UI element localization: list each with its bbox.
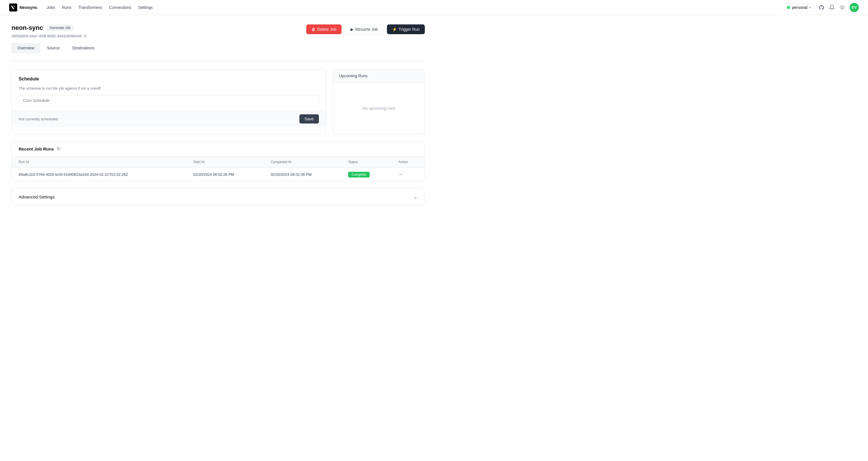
run-detail-button[interactable]: → bbox=[398, 172, 403, 177]
schedule-description: The schedule to run the job against if n… bbox=[19, 86, 319, 90]
lightning-icon: ⚡ bbox=[392, 27, 397, 32]
schedule-title: Schedule bbox=[19, 77, 319, 82]
nav-runs[interactable]: Runs bbox=[62, 5, 71, 10]
job-actions: 🗑 Delete Job ▶ Resume Job ⚡ Trigger Run bbox=[306, 24, 425, 34]
main-content: neon-sync Generate Job 3859dd59-04a7-459… bbox=[0, 15, 436, 214]
status-cell: Complete bbox=[341, 168, 392, 181]
schedule-card: Schedule The schedule to run the job aga… bbox=[11, 69, 326, 135]
chevron-down-icon: ▾ bbox=[809, 5, 811, 9]
svg-point-1 bbox=[841, 6, 843, 8]
nav-right: personal ▾ EV bbox=[784, 3, 859, 12]
upcoming-runs-empty: No upcoming runs bbox=[333, 82, 425, 134]
tabs: Overview Source Destinations bbox=[11, 43, 425, 53]
job-title-area: neon-sync Generate Job 3859dd59-04a7-459… bbox=[11, 24, 87, 38]
nav-connections[interactable]: Connections bbox=[109, 5, 131, 10]
upcoming-runs-title: Upcoming Runs bbox=[333, 69, 425, 82]
bell-icon[interactable] bbox=[829, 5, 835, 10]
completed-at-cell: 02/20/2024 06:02:38 PM bbox=[264, 168, 341, 181]
save-schedule-button[interactable]: Save bbox=[299, 114, 319, 123]
col-action: Action bbox=[392, 156, 425, 168]
runs-table-head: Run Id Start At Completed At Status Acti… bbox=[12, 156, 425, 168]
trash-icon: 🗑 bbox=[311, 27, 315, 32]
schedule-status: Not currently scheduled bbox=[19, 117, 58, 121]
job-title-row: neon-sync Generate Job bbox=[11, 24, 87, 32]
run-id-cell: 89a8c1b3-5764-4025-bc5f-41840623a163-202… bbox=[12, 168, 186, 181]
no-upcoming-runs-text: No upcoming runs bbox=[363, 106, 395, 111]
logo[interactable]: Neosync bbox=[9, 3, 38, 11]
nav-transformers[interactable]: Transformers bbox=[79, 5, 102, 10]
start-at-cell: 02/20/2024 06:02:26 PM bbox=[186, 168, 264, 181]
tab-overview[interactable]: Overview bbox=[11, 43, 40, 53]
job-id-row: 3859dd59-04a7-459f-8665-34d32609e544 ⧉ bbox=[11, 33, 87, 38]
upcoming-runs-card: Upcoming Runs No upcoming runs bbox=[333, 69, 425, 135]
job-title: neon-sync bbox=[11, 24, 43, 32]
play-icon: ▶ bbox=[350, 27, 353, 32]
runs-table: Run Id Start At Completed At Status Acti… bbox=[12, 156, 425, 181]
tab-destinations[interactable]: Destinations bbox=[66, 43, 100, 53]
table-row: 89a8c1b3-5764-4025-bc5f-41840623a163-202… bbox=[12, 168, 425, 181]
job-id-text: 3859dd59-04a7-459f-8665-34d32609e544 bbox=[11, 34, 82, 38]
col-run-id: Run Id bbox=[12, 156, 186, 168]
status-badge: Complete bbox=[348, 172, 370, 177]
refresh-icon[interactable]: ↻ bbox=[57, 146, 61, 152]
schedule-footer: Not currently scheduled Save bbox=[12, 111, 326, 127]
job-header: neon-sync Generate Job 3859dd59-04a7-459… bbox=[11, 24, 425, 38]
action-cell: → bbox=[392, 168, 425, 181]
overview-content: Schedule The schedule to run the job aga… bbox=[11, 69, 425, 135]
workspace-selector[interactable]: personal ▾ bbox=[784, 4, 814, 11]
cron-input[interactable] bbox=[19, 95, 319, 106]
col-start-at: Start At bbox=[186, 156, 264, 168]
col-status: Status bbox=[341, 156, 392, 168]
advanced-settings-section[interactable]: Advanced Settings ⌄ bbox=[11, 188, 425, 205]
nav-jobs[interactable]: Jobs bbox=[47, 5, 55, 10]
avatar[interactable]: EV bbox=[849, 3, 859, 12]
chevron-down-icon: ⌄ bbox=[413, 194, 417, 200]
workspace-name: personal bbox=[792, 5, 807, 10]
github-icon[interactable] bbox=[818, 5, 825, 10]
navbar: Neosync Jobs Runs Transformers Connectio… bbox=[0, 0, 868, 15]
workspace-dot bbox=[787, 6, 790, 9]
recent-runs-header: Recent Job Runs ↻ bbox=[12, 142, 425, 156]
copy-id-button[interactable]: ⧉ bbox=[84, 33, 87, 38]
advanced-settings-title: Advanced Settings bbox=[19, 195, 55, 199]
tab-source[interactable]: Source bbox=[41, 43, 65, 53]
recent-runs-card: Recent Job Runs ↻ Run Id Start At Comple… bbox=[11, 141, 425, 181]
theme-icon[interactable] bbox=[839, 5, 845, 10]
runs-table-body: 89a8c1b3-5764-4025-bc5f-41840623a163-202… bbox=[12, 168, 425, 181]
nav-links: Jobs Runs Transformers Connections Setti… bbox=[47, 5, 784, 10]
col-completed-at: Completed At bbox=[264, 156, 341, 168]
resume-job-button[interactable]: ▶ Resume Job bbox=[345, 24, 383, 34]
job-type-badge: Generate Job bbox=[46, 25, 74, 31]
recent-runs-title: Recent Job Runs bbox=[19, 146, 54, 151]
trigger-run-button[interactable]: ⚡ Trigger Run bbox=[387, 24, 425, 34]
delete-job-button[interactable]: 🗑 Delete Job bbox=[306, 24, 342, 34]
nav-settings[interactable]: Settings bbox=[138, 5, 153, 10]
